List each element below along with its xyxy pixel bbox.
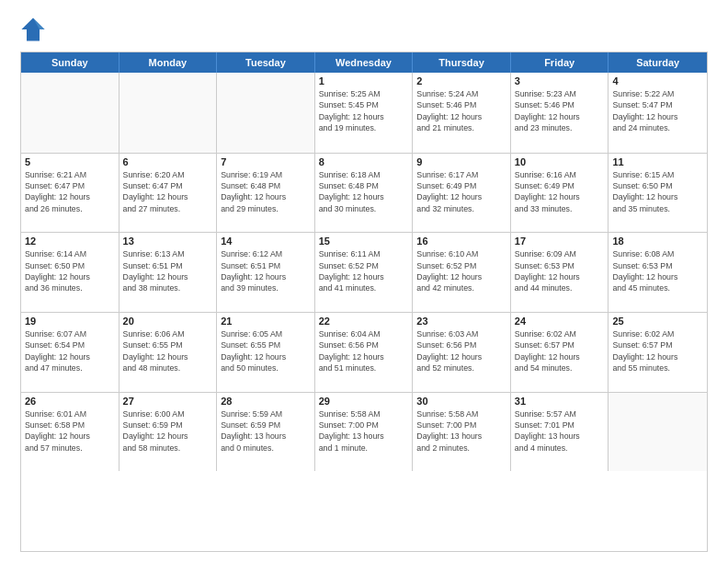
day-number: 8 [319,156,409,167]
day-number: 11 [612,156,703,167]
page: SundayMondayTuesdayWednesdayThursdayFrid… [0,0,728,563]
day-number: 25 [612,316,703,327]
day-number: 9 [416,156,506,167]
day-cell-26: 26Sunrise: 6:01 AM Sunset: 6:58 PM Dayli… [21,393,119,472]
day-cell-11: 11Sunrise: 6:15 AM Sunset: 6:50 PM Dayli… [609,154,707,233]
day-cell-25: 25Sunrise: 6:02 AM Sunset: 6:57 PM Dayli… [609,313,707,392]
day-number: 18 [612,236,703,247]
calendar-body: 1Sunrise: 5:25 AM Sunset: 5:45 PM Daylig… [21,73,707,551]
day-info: Sunrise: 6:03 AM Sunset: 6:56 PM Dayligh… [416,328,506,373]
empty-cell-w0c2 [217,73,315,153]
day-number: 3 [515,75,605,86]
day-number: 28 [221,396,311,407]
day-cell-8: 8Sunrise: 6:18 AM Sunset: 6:48 PM Daylig… [315,154,414,233]
day-cell-17: 17Sunrise: 6:09 AM Sunset: 6:53 PM Dayli… [511,233,609,312]
calendar-header: SundayMondayTuesdayWednesdayThursdayFrid… [21,52,707,73]
day-info: Sunrise: 6:04 AM Sunset: 6:56 PM Dayligh… [319,328,409,373]
day-cell-5: 5Sunrise: 6:21 AM Sunset: 6:47 PM Daylig… [21,154,119,233]
empty-cell-w0c0 [21,73,119,153]
day-number: 5 [25,156,115,167]
header [20,17,708,42]
day-cell-6: 6Sunrise: 6:20 AM Sunset: 6:47 PM Daylig… [119,154,218,233]
day-cell-15: 15Sunrise: 6:11 AM Sunset: 6:52 PM Dayli… [315,233,414,312]
day-info: Sunrise: 6:17 AM Sunset: 6:49 PM Dayligh… [416,169,506,214]
day-number: 27 [123,396,213,407]
day-info: Sunrise: 5:57 AM Sunset: 7:01 PM Dayligh… [515,408,605,454]
logo-icon [20,17,46,42]
day-cell-24: 24Sunrise: 6:02 AM Sunset: 6:57 PM Dayli… [511,313,609,392]
logo [20,17,50,42]
day-cell-12: 12Sunrise: 6:14 AM Sunset: 6:50 PM Dayli… [21,233,119,312]
day-number: 12 [25,236,115,247]
day-cell-28: 28Sunrise: 5:59 AM Sunset: 6:59 PM Dayli… [217,393,315,472]
empty-cell-w0c1 [119,73,218,153]
weekday-header-tuesday: Tuesday [217,52,315,73]
day-cell-20: 20Sunrise: 6:06 AM Sunset: 6:55 PM Dayli… [119,313,218,392]
day-number: 10 [515,156,605,167]
day-cell-19: 19Sunrise: 6:07 AM Sunset: 6:54 PM Dayli… [21,313,119,392]
day-info: Sunrise: 6:16 AM Sunset: 6:49 PM Dayligh… [515,169,605,214]
day-info: Sunrise: 5:58 AM Sunset: 7:00 PM Dayligh… [319,408,409,454]
calendar-week-1: 1Sunrise: 5:25 AM Sunset: 5:45 PM Daylig… [21,73,707,153]
day-info: Sunrise: 6:00 AM Sunset: 6:59 PM Dayligh… [123,408,213,454]
day-number: 6 [123,156,213,167]
day-info: Sunrise: 6:18 AM Sunset: 6:48 PM Dayligh… [319,169,409,214]
day-cell-3: 3Sunrise: 5:23 AM Sunset: 5:46 PM Daylig… [511,73,609,153]
day-number: 23 [416,316,506,327]
weekday-header-sunday: Sunday [21,52,119,73]
day-number: 16 [416,236,506,247]
day-cell-23: 23Sunrise: 6:03 AM Sunset: 6:56 PM Dayli… [413,313,511,392]
day-info: Sunrise: 6:11 AM Sunset: 6:52 PM Dayligh… [319,248,409,293]
day-number: 1 [319,75,409,86]
day-cell-27: 27Sunrise: 6:00 AM Sunset: 6:59 PM Dayli… [119,393,218,472]
day-cell-1: 1Sunrise: 5:25 AM Sunset: 5:45 PM Daylig… [315,73,414,153]
day-info: Sunrise: 6:13 AM Sunset: 6:51 PM Dayligh… [123,248,213,293]
day-info: Sunrise: 5:25 AM Sunset: 5:45 PM Dayligh… [319,88,409,133]
day-cell-10: 10Sunrise: 6:16 AM Sunset: 6:49 PM Dayli… [511,154,609,233]
day-number: 4 [612,75,703,86]
day-info: Sunrise: 5:58 AM Sunset: 7:00 PM Dayligh… [416,408,506,454]
day-info: Sunrise: 5:24 AM Sunset: 5:46 PM Dayligh… [416,88,506,133]
day-number: 20 [123,316,213,327]
day-info: Sunrise: 6:09 AM Sunset: 6:53 PM Dayligh… [515,248,605,293]
day-number: 17 [515,236,605,247]
day-info: Sunrise: 6:06 AM Sunset: 6:55 PM Dayligh… [123,328,213,373]
day-cell-7: 7Sunrise: 6:19 AM Sunset: 6:48 PM Daylig… [217,154,315,233]
day-cell-4: 4Sunrise: 5:22 AM Sunset: 5:47 PM Daylig… [609,73,707,153]
day-info: Sunrise: 6:02 AM Sunset: 6:57 PM Dayligh… [612,328,703,373]
weekday-header-thursday: Thursday [413,52,511,73]
day-cell-21: 21Sunrise: 6:05 AM Sunset: 6:55 PM Dayli… [217,313,315,392]
day-number: 15 [319,236,409,247]
day-info: Sunrise: 5:22 AM Sunset: 5:47 PM Dayligh… [612,88,703,133]
day-number: 2 [416,75,506,86]
weekday-header-saturday: Saturday [609,52,707,73]
day-cell-16: 16Sunrise: 6:10 AM Sunset: 6:52 PM Dayli… [413,233,511,312]
day-info: Sunrise: 6:21 AM Sunset: 6:47 PM Dayligh… [25,169,115,214]
day-info: Sunrise: 6:20 AM Sunset: 6:47 PM Dayligh… [123,169,213,214]
day-info: Sunrise: 6:15 AM Sunset: 6:50 PM Dayligh… [612,169,703,214]
calendar-week-2: 5Sunrise: 6:21 AM Sunset: 6:47 PM Daylig… [21,153,707,233]
calendar-week-3: 12Sunrise: 6:14 AM Sunset: 6:50 PM Dayli… [21,232,707,312]
day-cell-2: 2Sunrise: 5:24 AM Sunset: 5:46 PM Daylig… [413,73,511,153]
day-number: 26 [25,396,115,407]
day-cell-31: 31Sunrise: 5:57 AM Sunset: 7:01 PM Dayli… [511,393,609,472]
day-number: 7 [221,156,311,167]
day-info: Sunrise: 6:14 AM Sunset: 6:50 PM Dayligh… [25,248,115,293]
day-cell-9: 9Sunrise: 6:17 AM Sunset: 6:49 PM Daylig… [413,154,511,233]
day-info: Sunrise: 5:23 AM Sunset: 5:46 PM Dayligh… [515,88,605,133]
day-info: Sunrise: 6:10 AM Sunset: 6:52 PM Dayligh… [416,248,506,293]
weekday-header-monday: Monday [119,52,218,73]
day-number: 21 [221,316,311,327]
day-cell-13: 13Sunrise: 6:13 AM Sunset: 6:51 PM Dayli… [119,233,218,312]
weekday-header-wednesday: Wednesday [315,52,414,73]
day-info: Sunrise: 6:08 AM Sunset: 6:53 PM Dayligh… [612,248,703,293]
day-info: Sunrise: 6:01 AM Sunset: 6:58 PM Dayligh… [25,408,115,454]
day-number: 31 [515,396,605,407]
day-cell-14: 14Sunrise: 6:12 AM Sunset: 6:51 PM Dayli… [217,233,315,312]
day-cell-18: 18Sunrise: 6:08 AM Sunset: 6:53 PM Dayli… [609,233,707,312]
day-info: Sunrise: 5:59 AM Sunset: 6:59 PM Dayligh… [221,408,311,454]
day-number: 24 [515,316,605,327]
day-info: Sunrise: 6:05 AM Sunset: 6:55 PM Dayligh… [221,328,311,373]
day-info: Sunrise: 6:07 AM Sunset: 6:54 PM Dayligh… [25,328,115,373]
calendar: SundayMondayTuesdayWednesdayThursdayFrid… [20,52,708,552]
